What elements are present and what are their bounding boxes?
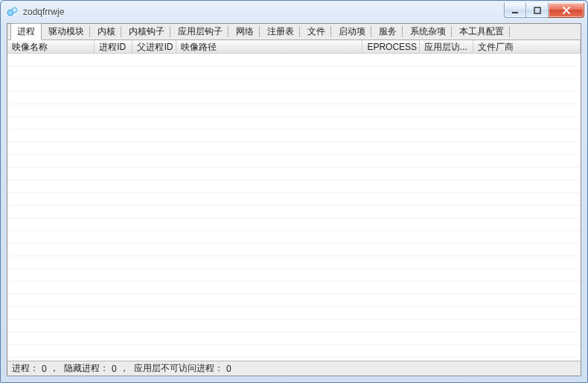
table-row (7, 54, 581, 66)
table-row (7, 168, 581, 180)
table-row (7, 142, 581, 155)
table-row (7, 307, 581, 320)
tab-6[interactable]: 注册表 (261, 23, 301, 39)
table-row (7, 256, 581, 269)
app-window: zodqfrrwje 进程驱动模块内核内核钩子应用层钩子网络注册表文件启动项服务… (0, 0, 588, 383)
column-header-6[interactable]: 文件厂商 (473, 40, 581, 53)
table-row (7, 231, 581, 244)
svg-point-1 (12, 7, 16, 12)
column-header-0[interactable]: 映像名称 (7, 40, 95, 53)
column-header-5[interactable]: 应用层访... (420, 40, 474, 53)
table-row (7, 117, 581, 130)
column-header-3[interactable]: 映像路径 (176, 40, 363, 53)
table-row (7, 282, 581, 294)
tab-11[interactable]: 本工具配置 (453, 23, 511, 39)
table-row (7, 66, 581, 79)
status-sep1: ， (50, 362, 61, 375)
table-row (7, 244, 581, 256)
list-rows (7, 54, 581, 361)
table-row (7, 345, 581, 358)
tab-0[interactable]: 进程 (10, 23, 42, 40)
client-area: 进程驱动模块内核内核钩子应用层钩子网络注册表文件启动项服务系统杂项本工具配置 映… (7, 23, 581, 376)
app-icon (7, 6, 19, 18)
column-headers: 映像名称进程ID父进程ID映像路径EPROCESS应用层访...文件厂商 (7, 40, 581, 54)
column-header-4[interactable]: EPROCESS (362, 40, 419, 53)
close-icon (561, 6, 572, 15)
table-row (7, 155, 581, 168)
window-title: zodqfrrwje (23, 7, 504, 17)
tab-5[interactable]: 网络 (229, 23, 261, 39)
status-hidden-label: 隐藏进程： (64, 362, 109, 375)
table-row (7, 332, 581, 345)
tab-7[interactable]: 文件 (301, 23, 332, 39)
table-row (7, 294, 581, 307)
status-proc-label: 进程： (12, 362, 39, 375)
close-button[interactable] (549, 3, 584, 18)
column-header-2[interactable]: 父进程ID (132, 40, 176, 53)
status-hidden-count: 0 (112, 364, 117, 374)
table-row (7, 269, 581, 282)
tab-panel-process: 映像名称进程ID父进程ID映像路径EPROCESS应用层访...文件厂商 (7, 40, 581, 361)
tab-4[interactable]: 应用层钩子 (171, 23, 229, 39)
minimize-icon (511, 6, 520, 15)
table-row (7, 104, 581, 117)
maximize-icon (533, 6, 542, 15)
title-bar[interactable]: zodqfrrwje (1, 1, 587, 23)
tab-3[interactable]: 内核钩子 (122, 23, 171, 39)
table-row (7, 320, 581, 332)
column-header-1[interactable]: 进程ID (95, 40, 132, 53)
minimize-button[interactable] (504, 3, 526, 18)
status-proc-count: 0 (42, 364, 47, 374)
table-row (7, 193, 581, 206)
window-controls (504, 3, 584, 18)
tab-2[interactable]: 内核 (91, 23, 122, 39)
svg-rect-2 (512, 12, 518, 13)
status-deny-count: 0 (226, 364, 231, 374)
tab-10[interactable]: 系统杂项 (403, 23, 453, 39)
tab-1[interactable]: 驱动模块 (42, 23, 91, 39)
maximize-button[interactable] (526, 3, 549, 18)
status-bar: 进程： 0 ， 隐藏进程： 0 ， 应用层不可访问进程： 0 (7, 361, 581, 376)
table-row (7, 180, 581, 193)
status-deny-label: 应用层不可访问进程： (134, 362, 223, 375)
status-sep2: ， (120, 362, 131, 375)
tab-8[interactable]: 启动项 (332, 23, 372, 39)
table-row (7, 92, 581, 104)
table-row (7, 79, 581, 92)
table-row (7, 130, 581, 142)
svg-rect-3 (534, 7, 540, 13)
table-row (7, 218, 581, 231)
process-list[interactable] (7, 54, 581, 361)
tab-9[interactable]: 服务 (372, 23, 403, 39)
tab-strip: 进程驱动模块内核内核钩子应用层钩子网络注册表文件启动项服务系统杂项本工具配置 (7, 24, 581, 40)
table-row (7, 206, 581, 218)
